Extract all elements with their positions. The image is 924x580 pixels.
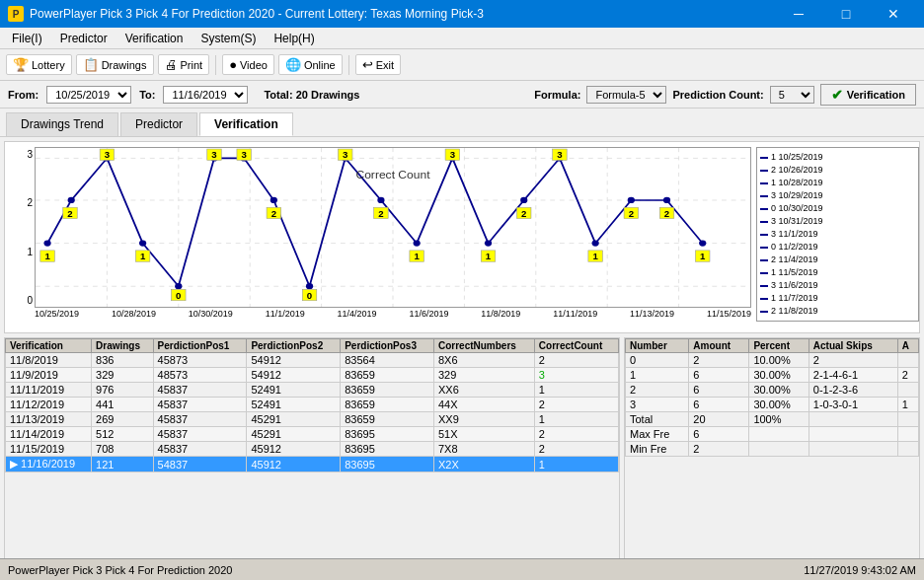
table-row[interactable]: 45912 <box>247 457 341 472</box>
menu-file[interactable]: File(I) <box>4 30 50 47</box>
table-row[interactable]: 976 <box>92 383 154 398</box>
table-row[interactable]: 1 <box>897 398 918 412</box>
table-row[interactable]: 45837 <box>153 412 247 427</box>
table-row[interactable]: 45291 <box>247 427 341 442</box>
pred-count-select[interactable]: 5 <box>770 86 814 104</box>
video-button[interactable]: ● Video <box>222 54 274 75</box>
left-data-table[interactable]: Verification Drawings PerdictionPos1 Per… <box>4 337 620 559</box>
table-row[interactable]: 329 <box>92 368 154 383</box>
table-row[interactable] <box>808 442 897 457</box>
table-row[interactable]: 45873 <box>153 353 247 368</box>
table-row[interactable]: 7X8 <box>433 442 534 457</box>
table-row[interactable]: 2 <box>689 353 749 368</box>
table-row[interactable]: Max Fre <box>626 427 689 442</box>
table-row[interactable]: 52491 <box>247 383 341 398</box>
table-row[interactable]: 1 <box>534 457 618 472</box>
table-row[interactable]: XX6 <box>433 383 534 398</box>
table-row[interactable] <box>808 427 897 442</box>
table-row[interactable]: 83659 <box>341 368 434 383</box>
table-row[interactable]: 10.00% <box>749 353 808 368</box>
table-row[interactable]: 45837 <box>153 442 247 457</box>
table-row[interactable]: 30.00% <box>749 368 808 383</box>
menu-verification[interactable]: Verification <box>117 30 192 47</box>
table-row[interactable]: XX9 <box>433 412 534 427</box>
tab-predictor[interactable]: Predictor <box>120 112 197 136</box>
close-button[interactable]: ✕ <box>871 0 916 28</box>
table-row[interactable]: 11/8/2019 <box>6 353 92 368</box>
table-row[interactable]: 1 <box>534 383 618 398</box>
table-row[interactable]: 45837 <box>153 427 247 442</box>
table-row[interactable] <box>749 442 808 457</box>
tab-drawings-trend[interactable]: Drawings Trend <box>6 112 118 136</box>
table-row[interactable]: 45837 <box>153 398 247 412</box>
table-row[interactable]: 11/11/2019 <box>6 383 92 398</box>
table-row[interactable]: 54912 <box>247 353 341 368</box>
table-row[interactable]: 2 <box>626 383 689 398</box>
table-row[interactable]: 2 <box>534 353 618 368</box>
table-row[interactable]: 0-1-2-3-6 <box>808 383 897 398</box>
table-row[interactable]: X2X <box>433 457 534 472</box>
table-row[interactable]: 329 <box>433 368 534 383</box>
table-row[interactable]: 6 <box>689 383 749 398</box>
table-row[interactable]: 2 <box>534 398 618 412</box>
table-row[interactable]: 83659 <box>341 412 434 427</box>
menu-predictor[interactable]: Predictor <box>52 30 116 47</box>
table-row[interactable]: 30.00% <box>749 398 808 412</box>
table-row[interactable]: Min Fre <box>626 442 689 457</box>
table-row[interactable]: 2 <box>897 368 918 383</box>
table-row[interactable]: 83564 <box>341 353 434 368</box>
table-row[interactable]: 2 <box>534 442 618 457</box>
table-row[interactable]: 11/14/2019 <box>6 427 92 442</box>
table-row[interactable] <box>897 442 918 457</box>
to-date-select[interactable]: 11/16/2019 <box>163 86 248 104</box>
table-row[interactable]: 11/15/2019 <box>6 442 92 457</box>
table-row[interactable]: 1-0-3-0-1 <box>808 398 897 412</box>
table-row[interactable]: 11/13/2019 <box>6 412 92 427</box>
menu-help[interactable]: Help(H) <box>266 30 322 47</box>
drawings-button[interactable]: 📋 Drawings <box>76 54 154 75</box>
right-stats-table[interactable]: Number Amount Percent Actual Skips A 0 2… <box>624 337 920 559</box>
table-row[interactable]: 11/12/2019 <box>6 398 92 412</box>
table-row[interactable]: 48573 <box>153 368 247 383</box>
online-button[interactable]: 🌐 Online <box>278 54 343 75</box>
minimize-button[interactable]: ─ <box>776 0 821 28</box>
table-row[interactable] <box>749 427 808 442</box>
table-row[interactable]: 54912 <box>247 368 341 383</box>
from-date-select[interactable]: 10/25/2019 <box>46 86 131 104</box>
tab-verification[interactable]: Verification <box>199 112 293 136</box>
table-row[interactable] <box>897 383 918 398</box>
table-row[interactable]: 836 <box>92 353 154 368</box>
table-row[interactable]: 0 <box>626 353 689 368</box>
lottery-button[interactable]: 🏆 Lottery <box>6 54 72 75</box>
table-row[interactable]: 83695 <box>341 457 434 472</box>
table-row[interactable]: 54837 <box>153 457 247 472</box>
table-row[interactable] <box>897 427 918 442</box>
table-row[interactable]: 20 <box>689 412 749 427</box>
table-row[interactable]: 2-1-4-6-1 <box>808 368 897 383</box>
verification-button[interactable]: ✔ Verification <box>820 84 916 106</box>
table-row[interactable]: 44X <box>433 398 534 412</box>
menu-system[interactable]: System(S) <box>192 30 264 47</box>
table-row[interactable]: 2 <box>808 353 897 368</box>
table-row[interactable]: 512 <box>92 427 154 442</box>
table-row[interactable]: 708 <box>92 442 154 457</box>
maximize-button[interactable]: □ <box>823 0 869 28</box>
table-row[interactable]: 441 <box>92 398 154 412</box>
table-row[interactable]: 6 <box>689 368 749 383</box>
table-row[interactable]: 30.00% <box>749 383 808 398</box>
table-row[interactable]: ▶ 11/16/2019 <box>6 457 92 472</box>
table-row[interactable]: 3 <box>626 398 689 412</box>
table-row[interactable] <box>808 412 897 427</box>
table-row[interactable]: 3 <box>534 368 618 383</box>
table-row[interactable] <box>897 353 918 368</box>
table-row[interactable]: 8X6 <box>433 353 534 368</box>
exit-button[interactable]: ↩ Exit <box>355 54 401 75</box>
table-row[interactable]: 83659 <box>341 398 434 412</box>
table-row[interactable]: 11/9/2019 <box>6 368 92 383</box>
table-row[interactable]: Total <box>626 412 689 427</box>
table-row[interactable]: 83695 <box>341 427 434 442</box>
table-row[interactable]: 45912 <box>247 442 341 457</box>
table-row[interactable]: 6 <box>689 427 749 442</box>
table-row[interactable]: 51X <box>433 427 534 442</box>
table-row[interactable]: 1 <box>534 412 618 427</box>
